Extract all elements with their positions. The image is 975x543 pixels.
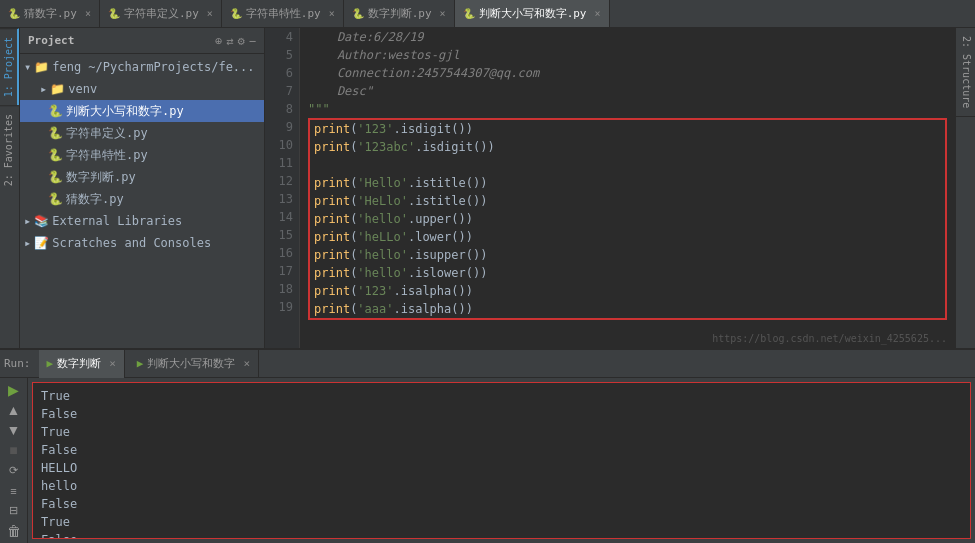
tab-close-numjudge[interactable]: ×: [440, 8, 446, 19]
tree-item-strdef[interactable]: 🐍 字符串定义.py: [20, 122, 264, 144]
code-line-15: print('heLLo'.lower()): [310, 228, 945, 246]
code-line-14: print('hello'.upper()): [310, 210, 945, 228]
tree-item-casenum[interactable]: 🐍 判断大小写和数字.py: [20, 100, 264, 122]
sync-icon[interactable]: ⇄: [226, 34, 233, 48]
settings-button[interactable]: ≡: [3, 483, 25, 499]
code-line-8: """: [308, 100, 947, 118]
tree-item-extlibs[interactable]: ▸ 📚 External Libraries: [20, 210, 264, 232]
tab-numjudge[interactable]: 🐍 数字判断.py ×: [344, 0, 455, 27]
output-line-7: False: [41, 495, 962, 513]
python-file-icon-4: 🐍: [48, 170, 63, 184]
bottom-content: ▶ ▲ ▼ ■ ⟳ ≡ ⊟ 🗑 True False True False HE…: [0, 378, 975, 543]
output-area: True False True False HELLO hello False …: [32, 382, 971, 539]
scratches-icon: 📝: [34, 236, 49, 250]
add-icon[interactable]: ⊕: [215, 34, 222, 48]
right-tab-structure[interactable]: 2: Structure: [956, 28, 975, 117]
code-content[interactable]: Date:6/28/19 Author:westos-gjl Connectio…: [300, 28, 955, 348]
print-button[interactable]: ⊟: [3, 503, 25, 519]
python-icon-4: 🐍: [352, 8, 364, 19]
editor-tab-bar: 🐍 猜数字.py × 🐍 字符串定义.py × 🐍 字符串特性.py × 🐍 数…: [0, 0, 975, 28]
run-button[interactable]: ▶: [3, 382, 25, 398]
python-file-icon-2: 🐍: [48, 126, 63, 140]
python-icon: 🐍: [8, 8, 20, 19]
python-file-icon: 🐍: [48, 104, 63, 118]
tree-item-guessnumber[interactable]: 🐍 猜数字.py: [20, 188, 264, 210]
code-line-17: print('hello'.islower()): [310, 264, 945, 282]
right-sidebar: 2: Structure: [955, 28, 975, 348]
left-tab-project[interactable]: 1: Project: [0, 28, 19, 105]
python-icon-5: 🐍: [463, 8, 475, 19]
tab-close-strdef[interactable]: ×: [207, 8, 213, 19]
sidebar-header: Project ⊕ ⇄ ⚙ −: [20, 28, 264, 54]
rerun-button[interactable]: ⟳: [3, 463, 25, 479]
bottom-tab-numjudge[interactable]: ▶ 数字判断 ×: [39, 350, 125, 378]
left-vertical-tabs: 1: Project 2: Favorites: [0, 28, 20, 348]
tree-item-venv[interactable]: ▸ 📁 venv: [20, 78, 264, 100]
code-line-19: print('aaa'.isalpha()): [310, 300, 945, 318]
code-line-6: Connection:2457544307@qq.com: [308, 64, 947, 82]
bottom-tab-bar: Run: ▶ 数字判断 × ▶ 判断大小写和数字 ×: [0, 350, 975, 378]
selection-region: print('123'.isdigit()) print('123abc'.is…: [308, 118, 947, 320]
tab-close-casenum[interactable]: ×: [595, 8, 601, 19]
venv-folder-icon: 📁: [50, 82, 65, 96]
output-line-2: False: [41, 405, 962, 423]
code-line-13: print('HeLlo'.istitle()): [310, 192, 945, 210]
up-button[interactable]: ▲: [3, 402, 25, 418]
left-tab-favorites[interactable]: 2: Favorites: [0, 105, 19, 194]
stop-button[interactable]: ■: [3, 442, 25, 458]
tab-casenum[interactable]: 🐍 判断大小写和数字.py ×: [455, 0, 610, 27]
python-icon-3: 🐍: [230, 8, 242, 19]
output-line-4: False: [41, 441, 962, 459]
code-line-16: print('hello'.isupper()): [310, 246, 945, 264]
code-line-9: print('123'.isdigit()): [310, 120, 945, 138]
output-line-5: HELLO: [41, 459, 962, 477]
sidebar-toolbar: ⊕ ⇄ ⚙ −: [215, 34, 256, 48]
chevron-down-icon: ▾: [24, 60, 31, 74]
chevron-right-icon-3: ▸: [24, 236, 31, 250]
close-sidebar-icon[interactable]: −: [249, 34, 256, 48]
code-line-12: print('Hello'.istitle()): [310, 174, 945, 192]
gear-icon[interactable]: ⚙: [238, 34, 245, 48]
bottom-panel: Run: ▶ 数字判断 × ▶ 判断大小写和数字 × ▶ ▲ ▼ ■ ⟳ ≡ ⊟…: [0, 348, 975, 543]
chevron-right-icon-2: ▸: [24, 214, 31, 228]
clear-button[interactable]: 🗑: [3, 523, 25, 539]
code-line-7: Desc": [308, 82, 947, 100]
tab-strprop[interactable]: 🐍 字符串特性.py ×: [222, 0, 344, 27]
output-line-3: True: [41, 423, 962, 441]
project-sidebar: Project ⊕ ⇄ ⚙ − ▾ 📁 feng ~/PycharmProjec…: [20, 28, 265, 348]
library-icon: 📚: [34, 214, 49, 228]
output-line-9: False: [41, 531, 962, 539]
tab-guess[interactable]: 🐍 猜数字.py ×: [0, 0, 100, 27]
folder-icon: 📁: [34, 60, 49, 74]
tree-item-numjudge[interactable]: 🐍 数字判断.py: [20, 166, 264, 188]
bottom-tab-casenum[interactable]: ▶ 判断大小写和数字 ×: [129, 350, 259, 378]
code-line-10: print('123abc'.isdigit()): [310, 138, 945, 156]
code-line-5: Author:westos-gjl: [308, 46, 947, 64]
main-area: 1: Project 2: Favorites Project ⊕ ⇄ ⚙ − …: [0, 28, 975, 348]
down-button[interactable]: ▼: [3, 422, 25, 438]
watermark: https://blog.csdn.net/weixin_4255625...: [712, 333, 947, 344]
code-line-18: print('123'.isalpha()): [310, 282, 945, 300]
tree-item-strprop[interactable]: 🐍 字符串特性.py: [20, 144, 264, 166]
project-tree: ▾ 📁 feng ~/PycharmProjects/fe... ▸ 📁 ven…: [20, 54, 264, 348]
close-tab-1[interactable]: ×: [109, 357, 116, 370]
python-file-icon-3: 🐍: [48, 148, 63, 162]
chevron-right-icon: ▸: [40, 82, 47, 96]
code-line-11: [310, 156, 945, 174]
run-label: Run:: [4, 357, 31, 370]
code-line-4: Date:6/28/19: [308, 28, 947, 46]
output-line-6: hello: [41, 477, 962, 495]
output-line-1: True: [41, 387, 962, 405]
python-icon-2: 🐍: [108, 8, 120, 19]
close-tab-2[interactable]: ×: [243, 357, 250, 370]
line-numbers: 45678 910111213 141516171819: [265, 28, 300, 348]
tree-item-scratches[interactable]: ▸ 📝 Scratches and Consoles: [20, 232, 264, 254]
tab-strdef[interactable]: 🐍 字符串定义.py ×: [100, 0, 222, 27]
tab-close-guess[interactable]: ×: [85, 8, 91, 19]
tree-item-root[interactable]: ▾ 📁 feng ~/PycharmProjects/fe...: [20, 56, 264, 78]
output-line-8: True: [41, 513, 962, 531]
code-editor[interactable]: 45678 910111213 141516171819 Date:6/28/1…: [265, 28, 955, 348]
editor-area: 45678 910111213 141516171819 Date:6/28/1…: [265, 28, 955, 348]
tab-close-strprop[interactable]: ×: [329, 8, 335, 19]
python-file-icon-5: 🐍: [48, 192, 63, 206]
